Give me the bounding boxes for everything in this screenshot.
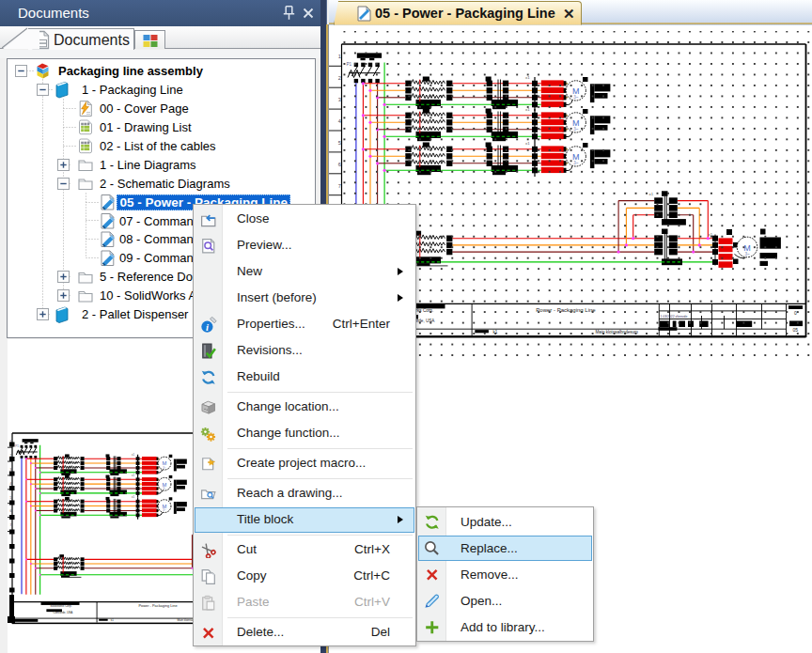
svg-text:i: i [206, 320, 209, 332]
